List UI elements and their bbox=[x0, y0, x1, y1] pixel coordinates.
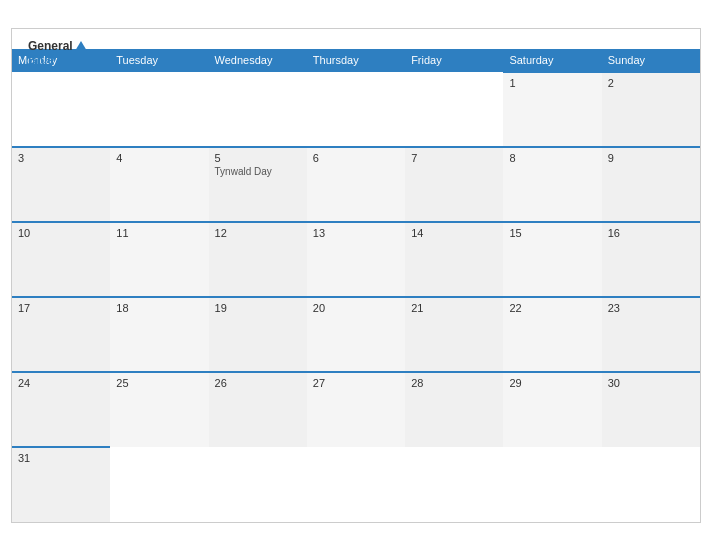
weekday-header-sunday: Sunday bbox=[602, 49, 700, 72]
calendar-day-cell: 19 bbox=[209, 297, 307, 372]
calendar-day-cell: 10 bbox=[12, 222, 110, 297]
calendar-day-cell: 18 bbox=[110, 297, 208, 372]
day-number: 23 bbox=[608, 302, 694, 314]
day-number: 31 bbox=[18, 452, 104, 464]
calendar-week-row: 31 bbox=[12, 447, 700, 522]
calendar-day-cell bbox=[307, 447, 405, 522]
calendar-day-cell: 15 bbox=[503, 222, 601, 297]
logo: General Blue bbox=[28, 39, 87, 68]
day-number: 24 bbox=[18, 377, 104, 389]
calendar-day-cell: 16 bbox=[602, 222, 700, 297]
calendar-day-cell: 5Tynwald Day bbox=[209, 147, 307, 222]
day-number: 9 bbox=[608, 152, 694, 164]
weekday-row: MondayTuesdayWednesdayThursdayFridaySatu… bbox=[12, 49, 700, 72]
day-number: 10 bbox=[18, 227, 104, 239]
calendar-week-row: 17181920212223 bbox=[12, 297, 700, 372]
day-number: 7 bbox=[411, 152, 497, 164]
day-number: 26 bbox=[215, 377, 301, 389]
calendar-day-cell: 23 bbox=[602, 297, 700, 372]
calendar-body: 12345Tynwald Day678910111213141516171819… bbox=[12, 72, 700, 522]
day-number: 3 bbox=[18, 152, 104, 164]
weekday-header-wednesday: Wednesday bbox=[209, 49, 307, 72]
day-number: 2 bbox=[608, 77, 694, 89]
calendar-day-cell: 9 bbox=[602, 147, 700, 222]
calendar-day-cell: 24 bbox=[12, 372, 110, 447]
calendar-day-cell bbox=[503, 447, 601, 522]
day-number: 29 bbox=[509, 377, 595, 389]
day-number: 30 bbox=[608, 377, 694, 389]
calendar-day-cell: 4 bbox=[110, 147, 208, 222]
calendar-day-cell: 17 bbox=[12, 297, 110, 372]
weekday-header-tuesday: Tuesday bbox=[110, 49, 208, 72]
calendar-day-cell bbox=[110, 72, 208, 147]
calendar-week-row: 24252627282930 bbox=[12, 372, 700, 447]
calendar-day-cell: 8 bbox=[503, 147, 601, 222]
calendar-week-row: 10111213141516 bbox=[12, 222, 700, 297]
logo-triangle-icon bbox=[75, 41, 87, 51]
calendar-day-cell: 29 bbox=[503, 372, 601, 447]
calendar-day-cell: 28 bbox=[405, 372, 503, 447]
day-number: 13 bbox=[313, 227, 399, 239]
weekday-header-saturday: Saturday bbox=[503, 49, 601, 72]
day-number: 14 bbox=[411, 227, 497, 239]
calendar-day-cell: 20 bbox=[307, 297, 405, 372]
calendar-day-cell: 25 bbox=[110, 372, 208, 447]
calendar-day-cell bbox=[405, 72, 503, 147]
calendar-grid: MondayTuesdayWednesdayThursdayFridaySatu… bbox=[12, 49, 700, 522]
day-number: 21 bbox=[411, 302, 497, 314]
calendar-header: General Blue bbox=[12, 29, 700, 49]
calendar-week-row: 12 bbox=[12, 72, 700, 147]
day-number: 12 bbox=[215, 227, 301, 239]
day-number: 8 bbox=[509, 152, 595, 164]
calendar-header-row: MondayTuesdayWednesdayThursdayFridaySatu… bbox=[12, 49, 700, 72]
weekday-header-friday: Friday bbox=[405, 49, 503, 72]
calendar-day-cell bbox=[405, 447, 503, 522]
calendar-day-cell: 11 bbox=[110, 222, 208, 297]
day-number: 20 bbox=[313, 302, 399, 314]
calendar-day-cell: 6 bbox=[307, 147, 405, 222]
day-number: 6 bbox=[313, 152, 399, 164]
weekday-header-thursday: Thursday bbox=[307, 49, 405, 72]
calendar-day-cell: 30 bbox=[602, 372, 700, 447]
day-number: 16 bbox=[608, 227, 694, 239]
calendar-day-cell: 3 bbox=[12, 147, 110, 222]
calendar-day-cell: 21 bbox=[405, 297, 503, 372]
calendar-day-cell: 12 bbox=[209, 222, 307, 297]
calendar-day-cell bbox=[209, 72, 307, 147]
calendar-day-cell bbox=[602, 447, 700, 522]
day-number: 18 bbox=[116, 302, 202, 314]
calendar-day-cell bbox=[209, 447, 307, 522]
calendar-day-cell bbox=[307, 72, 405, 147]
day-number: 4 bbox=[116, 152, 202, 164]
calendar-day-cell: 27 bbox=[307, 372, 405, 447]
calendar-day-cell: 7 bbox=[405, 147, 503, 222]
calendar-day-cell: 1 bbox=[503, 72, 601, 147]
day-number: 25 bbox=[116, 377, 202, 389]
calendar-week-row: 345Tynwald Day6789 bbox=[12, 147, 700, 222]
day-number: 27 bbox=[313, 377, 399, 389]
calendar-day-cell bbox=[12, 72, 110, 147]
day-number: 28 bbox=[411, 377, 497, 389]
day-number: 19 bbox=[215, 302, 301, 314]
calendar-day-cell: 26 bbox=[209, 372, 307, 447]
calendar-day-cell: 22 bbox=[503, 297, 601, 372]
day-number: 5 bbox=[215, 152, 301, 164]
logo-general-text: General bbox=[28, 39, 73, 53]
calendar-wrapper: General Blue MondayTuesdayWednesdayThurs… bbox=[11, 28, 701, 523]
day-number: 11 bbox=[116, 227, 202, 239]
calendar-day-cell: 14 bbox=[405, 222, 503, 297]
day-number: 17 bbox=[18, 302, 104, 314]
calendar-day-cell: 2 bbox=[602, 72, 700, 147]
day-number: 15 bbox=[509, 227, 595, 239]
calendar-day-cell bbox=[110, 447, 208, 522]
calendar-day-cell: 13 bbox=[307, 222, 405, 297]
day-number: 1 bbox=[509, 77, 595, 89]
calendar-day-cell: 31 bbox=[12, 447, 110, 522]
day-number: 22 bbox=[509, 302, 595, 314]
event-label: Tynwald Day bbox=[215, 166, 301, 177]
logo-blue-text: Blue bbox=[28, 53, 87, 67]
